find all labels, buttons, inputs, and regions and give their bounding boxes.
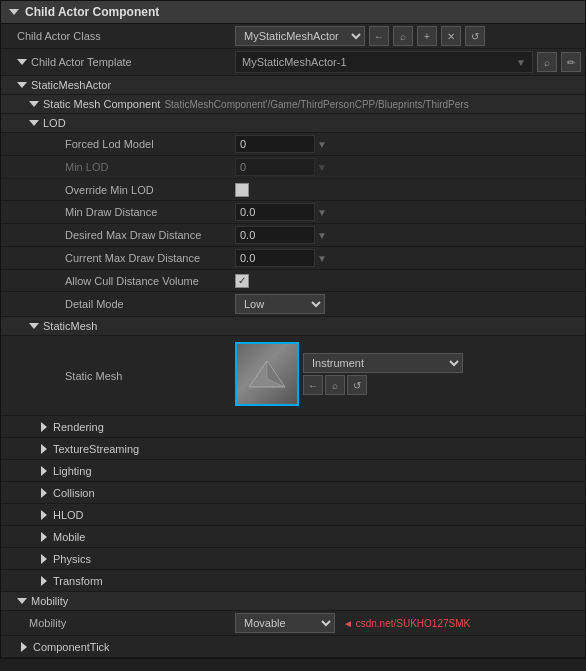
min-lod-arrow: ▼	[317, 162, 327, 173]
desired-max-draw-value: ▼	[231, 224, 585, 246]
current-max-draw-value: ▼	[231, 247, 585, 269]
static-mesh-section-header[interactable]: StaticMesh	[1, 317, 585, 336]
child-actor-class-label: Child Actor Class	[1, 28, 231, 44]
template-search-btn[interactable]: ⌕	[537, 52, 557, 72]
hlod-label: HLOD	[53, 509, 84, 521]
texture-streaming-section[interactable]: TextureStreaming	[1, 438, 585, 460]
reset-btn[interactable]: ↺	[465, 26, 485, 46]
transform-expand-icon	[41, 576, 47, 586]
forced-lod-input-group: ▼	[235, 135, 327, 153]
current-max-draw-input[interactable]	[235, 249, 315, 267]
sm-nav-back-btn[interactable]: ←	[303, 375, 323, 395]
main-panel: Child Actor Component Child Actor Class …	[0, 0, 586, 659]
override-min-lod-checkbox[interactable]	[235, 183, 249, 197]
physics-label: Physics	[53, 553, 91, 565]
physics-expand-icon	[41, 554, 47, 564]
desired-max-draw-arrow: ▼	[317, 230, 327, 241]
mesh-preview-thumbnail	[235, 342, 299, 406]
child-actor-template-value: MyStaticMeshActor-1 ▼ ⌕ ✏	[231, 49, 585, 75]
desired-max-draw-row: Desired Max Draw Distance ▼	[1, 224, 585, 247]
mobility-label: Mobility	[1, 615, 231, 631]
mobility-warning-icon: ◄ csdn.net/SUKHO127SMK	[343, 618, 470, 629]
min-lod-label: Min LOD	[1, 159, 231, 175]
lighting-expand-icon	[41, 466, 47, 476]
override-min-lod-value	[231, 181, 585, 199]
static-mesh-actor-header[interactable]: StaticMeshActor	[1, 76, 585, 95]
child-actor-class-dropdown[interactable]: MyStaticMeshActor	[235, 26, 365, 46]
child-actor-class-value: MyStaticMeshActor ← ⌕ + ✕ ↺	[231, 24, 585, 48]
texture-streaming-label: TextureStreaming	[53, 443, 139, 455]
sm-search-btn[interactable]: ⌕	[325, 375, 345, 395]
mobility-section-header[interactable]: Mobility	[1, 592, 585, 611]
allow-cull-row: Allow Cull Distance Volume	[1, 270, 585, 292]
forced-lod-row: Forced Lod Model ▼	[1, 133, 585, 156]
allow-cull-label: Allow Cull Distance Volume	[1, 273, 231, 289]
detail-mode-dropdown[interactable]: Low Medium High	[235, 294, 325, 314]
mobile-expand-icon	[41, 532, 47, 542]
static-mesh-component-label: Static Mesh Component	[43, 98, 160, 110]
rendering-label: Rendering	[53, 421, 104, 433]
static-mesh-component-header[interactable]: Static Mesh Component StaticMeshComponen…	[1, 95, 585, 114]
allow-cull-checkbox[interactable]	[235, 274, 249, 288]
detail-mode-label: Detail Mode	[1, 296, 231, 312]
sm-expand-icon	[29, 323, 39, 329]
expand-icon	[9, 9, 19, 15]
component-tick-label: ComponentTick	[33, 641, 110, 653]
collision-expand-icon	[41, 488, 47, 498]
template-arrow: ▼	[516, 57, 526, 68]
template-value-box: MyStaticMeshActor-1 ▼	[235, 51, 533, 73]
mobility-section-label: Mobility	[31, 595, 68, 607]
allow-cull-value	[231, 272, 585, 290]
mobility-dropdown[interactable]: Movable Static Stationary	[235, 613, 335, 633]
forced-lod-arrow: ▼	[317, 139, 327, 150]
rendering-section[interactable]: Rendering	[1, 416, 585, 438]
lod-label: LOD	[43, 117, 66, 129]
lod-expand-icon	[29, 120, 39, 126]
instrument-dropdown[interactable]: Instrument	[303, 353, 463, 373]
mobile-section[interactable]: Mobile	[1, 526, 585, 548]
override-min-lod-label: Override Min LOD	[1, 182, 231, 198]
mobility-row: Mobility Movable Static Stationary ◄ csd…	[1, 611, 585, 636]
add-btn[interactable]: +	[417, 26, 437, 46]
hlod-expand-icon	[41, 510, 47, 520]
template-expand-icon	[17, 59, 27, 65]
panel-title: Child Actor Component	[25, 5, 159, 19]
lod-header[interactable]: LOD	[1, 114, 585, 133]
override-min-lod-row: Override Min LOD	[1, 179, 585, 201]
template-edit-btn[interactable]: ✏	[561, 52, 581, 72]
sma-expand-icon	[17, 82, 27, 88]
physics-section[interactable]: Physics	[1, 548, 585, 570]
desired-max-draw-label: Desired Max Draw Distance	[1, 227, 231, 243]
static-mesh-right-controls: Instrument ← ⌕ ↺	[303, 353, 463, 395]
min-lod-input-group: ▼	[235, 158, 327, 176]
static-mesh-row: Static Mesh Instrument	[1, 336, 585, 416]
collision-label: Collision	[53, 487, 95, 499]
desired-max-draw-input-group: ▼	[235, 226, 327, 244]
mobile-label: Mobile	[53, 531, 85, 543]
min-draw-arrow: ▼	[317, 207, 327, 218]
nav-back-btn[interactable]: ←	[369, 26, 389, 46]
collision-section[interactable]: Collision	[1, 482, 585, 504]
clear-btn[interactable]: ✕	[441, 26, 461, 46]
forced-lod-input[interactable]	[235, 135, 315, 153]
texture-expand-icon	[41, 444, 47, 454]
search-btn[interactable]: ⌕	[393, 26, 413, 46]
forced-lod-label: Forced Lod Model	[1, 136, 231, 152]
transform-section[interactable]: Transform	[1, 570, 585, 592]
child-actor-class-row: Child Actor Class MyStaticMeshActor ← ⌕ …	[1, 24, 585, 49]
min-lod-input	[235, 158, 315, 176]
lighting-section[interactable]: Lighting	[1, 460, 585, 482]
min-draw-row: Min Draw Distance ▼	[1, 201, 585, 224]
min-lod-row: Min LOD ▼	[1, 156, 585, 179]
transform-label: Transform	[53, 575, 103, 587]
sm-reset-btn[interactable]: ↺	[347, 375, 367, 395]
mobility-expand-icon	[17, 598, 27, 604]
desired-max-draw-input[interactable]	[235, 226, 315, 244]
panel-header: Child Actor Component	[1, 1, 585, 24]
hlod-section[interactable]: HLOD	[1, 504, 585, 526]
min-draw-input[interactable]	[235, 203, 315, 221]
min-lod-value: ▼	[231, 156, 585, 178]
component-tick-section[interactable]: ComponentTick	[1, 636, 585, 658]
static-mesh-controls: Instrument ← ⌕ ↺	[235, 342, 463, 406]
min-draw-label: Min Draw Distance	[1, 204, 231, 220]
